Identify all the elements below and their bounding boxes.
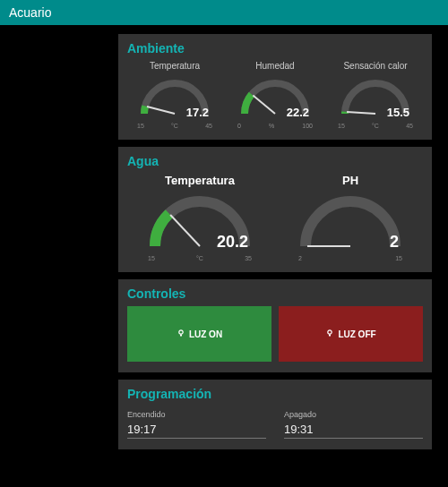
luz-off-button[interactable]: LUZ OFF [279, 306, 423, 362]
panel-agua: Agua Temperatura 20.2 15 °C 35 PH 2 [118, 147, 432, 272]
svg-point-5 [179, 330, 183, 334]
gauge-label: Temperatura [150, 61, 200, 71]
gauge-label: PH [342, 174, 358, 187]
gauge-ambiente-temp: Temperatura 17.2 15 °C 45 [127, 61, 222, 129]
panel-title-programacion: Programación [127, 387, 423, 401]
page-title: Acuario [9, 5, 51, 20]
field-label: Apagado [284, 410, 423, 419]
titlebar: Acuario [0, 0, 448, 25]
panel-title-controles: Controles [127, 286, 423, 301]
encendido-input[interactable] [127, 423, 266, 439]
gauge-ambiente-feel: Sensación calor 15.5 15 °C 45 [328, 61, 423, 129]
gauge-ticks: 15 °C 45 [336, 123, 415, 129]
gauge-agua-ph: PH 2 2 15 [278, 174, 423, 261]
panel-controles: Controles LUZ ON LUZ OFF [118, 279, 432, 372]
luz-on-button[interactable]: LUZ ON [127, 306, 271, 362]
svg-point-7 [328, 330, 332, 334]
gauge-ticks: 15 °C 35 [146, 255, 254, 261]
gauge-ambiente-hum: Humedad 22.2 0 % 100 [228, 61, 323, 129]
svg-line-1 [253, 96, 275, 114]
svg-line-3 [170, 215, 200, 246]
svg-line-0 [147, 107, 175, 114]
gauge-label: Sensación calor [343, 61, 407, 71]
gauge-label: Humedad [255, 61, 294, 71]
svg-rect-6 [180, 335, 182, 337]
gauge-value: 2 [390, 233, 399, 252]
gauge-ticks: 15 °C 45 [135, 123, 214, 129]
button-label: LUZ OFF [338, 329, 375, 339]
field-encendido: Encendido [127, 410, 266, 439]
gauge-value: 22.2 [287, 106, 309, 119]
gauge-ticks: 0 % 100 [236, 123, 314, 129]
gauge-value: 15.5 [387, 106, 409, 119]
gauge-value: 17.2 [186, 106, 209, 119]
field-label: Encendido [127, 410, 266, 419]
field-apagado: Apagado [284, 410, 423, 439]
gauge-ticks: 2 15 [297, 255, 404, 261]
panel-programacion: Programación Encendido Apagado [118, 380, 432, 449]
bulb-icon [325, 329, 334, 339]
panel-title-ambiente: Ambiente [127, 41, 423, 56]
panel-title-agua: Agua [127, 154, 423, 168]
panel-ambiente: Ambiente Temperatura 17.2 15 °C 45 Humed… [118, 34, 432, 140]
bulb-icon [177, 329, 185, 339]
apagado-input[interactable] [284, 423, 423, 439]
gauge-value: 20.2 [217, 233, 248, 252]
svg-line-2 [347, 112, 375, 114]
gauge-arc-icon [297, 192, 404, 250]
button-label: LUZ ON [189, 329, 222, 339]
gauge-label: Temperatura [165, 174, 235, 187]
svg-rect-8 [329, 335, 331, 337]
gauge-agua-temp: Temperatura 20.2 15 °C 35 [127, 174, 272, 261]
